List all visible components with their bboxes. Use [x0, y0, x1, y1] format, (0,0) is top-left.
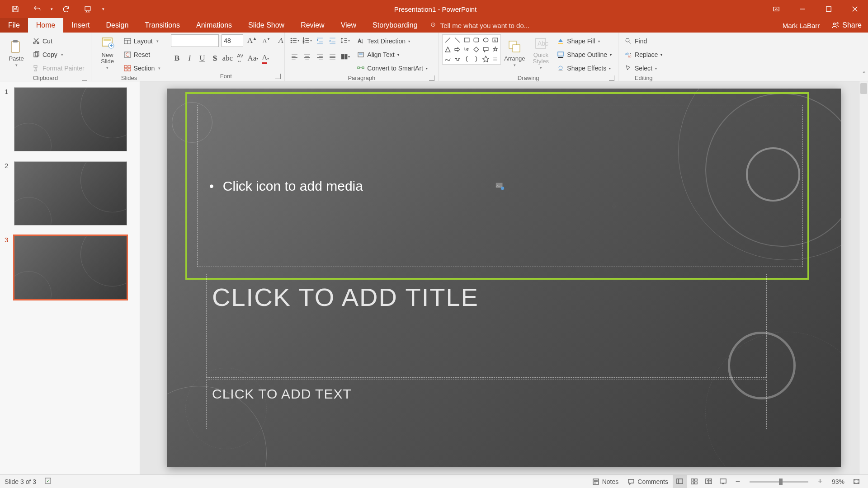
align-center-button[interactable]: [301, 51, 313, 62]
title-placeholder[interactable]: CLICK TO ADD TITLE: [206, 274, 767, 378]
drawing-dialog-launcher[interactable]: [609, 75, 614, 81]
font-dialog-launcher[interactable]: [275, 74, 281, 79]
undo-dropdown[interactable]: ▾: [48, 0, 55, 18]
quick-styles-button[interactable]: Abc Quick Styles▾: [528, 34, 553, 71]
shadow-button[interactable]: S: [209, 52, 221, 64]
arrange-button[interactable]: Arrange▾: [502, 34, 527, 71]
find-button[interactable]: Find: [622, 35, 665, 47]
title-bar: ▾ ▾ Presentation1 - PowerPoint: [0, 0, 868, 18]
increase-font-size-button[interactable]: A▲: [246, 35, 258, 47]
shape-fill-button[interactable]: Shape Fill▾: [554, 35, 614, 47]
account-user[interactable]: Mark LaBarr: [783, 18, 826, 33]
font-color-button[interactable]: A▾: [259, 52, 271, 64]
tab-design[interactable]: Design: [98, 18, 137, 33]
media-placeholder-selection[interactable]: •Click icon to add media ✥: [185, 92, 809, 280]
shape-effects-button[interactable]: Shape Effects▾: [554, 62, 614, 74]
slide-thumbnail-panel[interactable]: 1 2 3: [0, 81, 140, 474]
zoom-in-button[interactable]: +: [813, 475, 827, 488]
status-bar: Slide 3 of 3 Notes Comments − + 93%: [0, 474, 868, 488]
shapes-gallery[interactable]: A: [442, 34, 501, 65]
paste-button[interactable]: Paste▾: [4, 34, 29, 71]
tab-review[interactable]: Review: [292, 18, 332, 33]
tab-file[interactable]: File: [0, 18, 28, 33]
italic-button[interactable]: I: [184, 52, 195, 64]
share-button[interactable]: Share: [825, 18, 868, 33]
new-slide-button[interactable]: New Slide▾: [95, 34, 120, 71]
font-name-input[interactable]: [171, 34, 219, 47]
save-button[interactable]: [5, 0, 26, 18]
format-painter-button[interactable]: Format Painter: [30, 62, 87, 74]
svg-rect-40: [558, 43, 563, 44]
align-text-button[interactable]: Align Text▾: [354, 49, 430, 61]
minimize-button[interactable]: [789, 0, 816, 18]
comments-button[interactable]: Comments: [623, 475, 673, 488]
shape-more-icon: [491, 55, 500, 63]
customize-qat-dropdown[interactable]: ▾: [99, 0, 108, 18]
align-right-button[interactable]: [314, 51, 326, 62]
increase-indent-button[interactable]: [326, 34, 338, 46]
slide-sorter-view-button[interactable]: [687, 475, 702, 488]
slideshow-view-button[interactable]: [716, 475, 731, 488]
slide-thumbnail-3[interactable]: [14, 236, 127, 299]
clipboard-dialog-launcher[interactable]: [82, 75, 87, 81]
media-placeholder[interactable]: •Click icon to add media ✥: [197, 105, 803, 267]
normal-view-button[interactable]: [673, 475, 687, 488]
font-size-input[interactable]: [222, 34, 243, 47]
align-left-button[interactable]: [288, 51, 300, 62]
section-button[interactable]: Section▾: [121, 62, 164, 74]
select-button[interactable]: Select▾: [622, 62, 665, 74]
text-placeholder[interactable]: CLICK TO ADD TEXT: [206, 380, 767, 429]
paragraph-dialog-launcher[interactable]: [429, 75, 434, 81]
insert-media-icon[interactable]: [495, 181, 505, 191]
decrease-font-size-button[interactable]: A▼: [260, 35, 272, 47]
zoom-level[interactable]: 93%: [827, 478, 849, 485]
collapse-ribbon-button[interactable]: ˆ: [863, 71, 865, 79]
zoom-slider[interactable]: [750, 481, 808, 483]
close-button[interactable]: [842, 0, 868, 18]
reset-button[interactable]: Reset: [121, 49, 164, 61]
start-from-beginning-button[interactable]: [77, 0, 99, 18]
fit-to-window-button[interactable]: [849, 475, 863, 488]
layout-button[interactable]: Layout▾: [121, 35, 164, 47]
numbering-button[interactable]: 123▾: [301, 34, 313, 46]
tell-me-search[interactable]: Tell me what you want to do...: [429, 18, 530, 33]
justify-button[interactable]: [326, 51, 338, 62]
change-case-button[interactable]: Aa▾: [247, 52, 259, 64]
shape-curve-icon: [443, 55, 452, 63]
slide-canvas[interactable]: •Click icon to add media ✥ CLICK TO ADD …: [167, 89, 841, 467]
undo-button[interactable]: [26, 0, 48, 18]
slide-thumbnail-1[interactable]: [14, 88, 127, 151]
tab-transitions[interactable]: Transitions: [137, 18, 188, 33]
copy-button[interactable]: Copy▾: [30, 49, 87, 61]
replace-button[interactable]: abacReplace▾: [622, 49, 665, 61]
notes-button[interactable]: Notes: [588, 475, 623, 488]
spellcheck-icon[interactable]: [44, 477, 52, 486]
slide-edit-area[interactable]: •Click icon to add media ✥ CLICK TO ADD …: [140, 81, 868, 474]
cut-button[interactable]: Cut: [30, 35, 87, 47]
maximize-button[interactable]: [816, 0, 842, 18]
character-spacing-button[interactable]: AV↔: [234, 52, 246, 64]
ribbon-display-options-button[interactable]: [763, 0, 789, 18]
svg-rect-52: [677, 479, 683, 483]
tab-animations[interactable]: Animations: [188, 18, 240, 33]
vertical-scrollbar[interactable]: [859, 81, 868, 474]
tab-storyboarding[interactable]: Storyboarding: [364, 18, 426, 33]
convert-smartart-button[interactable]: Convert to SmartArt▾: [354, 62, 430, 74]
columns-button[interactable]: ▾: [339, 51, 351, 62]
zoom-out-button[interactable]: −: [731, 475, 745, 488]
line-spacing-button[interactable]: ▾: [339, 34, 351, 46]
tab-insert[interactable]: Insert: [63, 18, 98, 33]
tab-view[interactable]: View: [333, 18, 364, 33]
shape-outline-button[interactable]: Shape Outline▾: [554, 49, 614, 61]
underline-button[interactable]: U: [196, 52, 208, 64]
redo-button[interactable]: [55, 0, 77, 18]
text-direction-button[interactable]: AText Direction▾: [354, 35, 430, 47]
decrease-indent-button[interactable]: [314, 34, 326, 46]
slide-thumbnail-2[interactable]: [14, 162, 127, 225]
strikethrough-button[interactable]: abc: [222, 52, 233, 64]
bullets-button[interactable]: ▾: [288, 34, 300, 46]
bold-button[interactable]: B: [171, 52, 183, 64]
tab-home[interactable]: Home: [28, 18, 64, 33]
reading-view-button[interactable]: [702, 475, 716, 488]
tab-slideshow[interactable]: Slide Show: [240, 18, 292, 33]
